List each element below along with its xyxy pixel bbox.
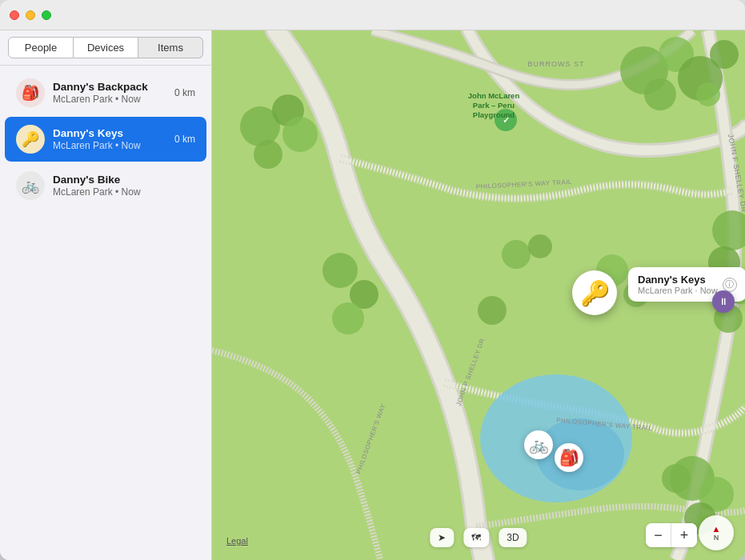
zoom-out-button[interactable]: −	[646, 523, 671, 547]
map-controls-bottom: ➤ 🗺 3D	[430, 528, 527, 547]
map-marker-keys[interactable]: 🔑	[572, 270, 617, 315]
tab-people[interactable]: People	[8, 37, 74, 58]
item-info-keys: Danny's Keys McLaren Park • Now	[53, 127, 168, 151]
tab-devices[interactable]: Devices	[74, 37, 138, 58]
minimize-button[interactable]	[26, 10, 35, 20]
svg-text:Playground: Playground	[473, 110, 515, 119]
svg-point-25	[528, 234, 552, 258]
item-info-backpack: Danny's Backpack McLaren Park • Now	[53, 81, 168, 105]
sidebar-fade	[0, 528, 211, 560]
item-sub-keys: McLaren Park • Now	[53, 140, 168, 151]
traffic-lights	[10, 10, 51, 20]
location-button[interactable]: ➤	[430, 528, 454, 547]
item-info-bike: Danny's Bike McLaren Park • Now	[53, 174, 189, 198]
svg-point-28	[478, 296, 507, 325]
map-popup-text: Danny's Keys McLaren Park · Now	[638, 274, 718, 295]
map-icon: 🗺	[471, 532, 481, 543]
map-area[interactable]: BURROWS ST JOHN F SHELLEY DR PHILOSOPHER…	[212, 30, 745, 560]
item-sub-bike: McLaren Park • Now	[53, 186, 189, 198]
close-button[interactable]	[10, 10, 19, 20]
item-name-keys: Danny's Keys	[53, 127, 168, 139]
svg-point-6	[254, 140, 282, 169]
list-item-keys[interactable]: 🔑 Danny's Keys McLaren Park • Now 0 km	[5, 117, 206, 162]
map-zoom-controls: − +	[646, 523, 697, 547]
svg-point-20	[662, 464, 691, 493]
item-sub-backpack: McLaren Park • Now	[53, 94, 168, 105]
three-d-button[interactable]: 3D	[499, 528, 527, 547]
svg-point-24	[502, 240, 531, 269]
legal-link[interactable]: Legal	[226, 536, 248, 546]
tabs-bar: People Devices Items	[0, 30, 211, 66]
svg-text:BURROWS ST: BURROWS ST	[527, 60, 584, 68]
maximize-button[interactable]	[42, 10, 51, 20]
item-icon-keys: 🔑	[16, 125, 45, 154]
popup-info-button[interactable]: ⓘ	[723, 278, 737, 292]
items-list: 🎒 Danny's Backpack McLaren Park • Now 0 …	[0, 66, 211, 528]
svg-point-21	[322, 253, 358, 288]
item-name-bike: Danny's Bike	[53, 174, 189, 186]
item-icon-bike: 🚲	[16, 171, 45, 200]
svg-point-5	[282, 117, 318, 152]
title-bar	[0, 0, 745, 30]
pause-icon: ⏸	[719, 296, 728, 307]
location-icon: ➤	[438, 532, 446, 543]
compass-north: ▲	[712, 524, 721, 534]
item-icon-backpack: 🎒	[16, 78, 45, 107]
list-item-bike[interactable]: 🚲 Danny's Bike McLaren Park • Now	[5, 163, 206, 208]
zoom-in-button[interactable]: +	[671, 523, 697, 547]
backpack-emoji: 🎒	[559, 448, 579, 467]
item-name-backpack: Danny's Backpack	[53, 81, 168, 93]
svg-point-11	[710, 40, 739, 69]
three-d-label: 3D	[507, 532, 519, 543]
list-item-backpack[interactable]: 🎒 Danny's Backpack McLaren Park • Now 0 …	[5, 70, 206, 115]
map-marker-bike[interactable]: 🚲	[524, 430, 553, 459]
svg-text:Park – Peru: Park – Peru	[473, 101, 515, 110]
bike-emoji: 🚲	[529, 435, 549, 454]
tab-items[interactable]: Items	[138, 37, 203, 58]
popup-title: Danny's Keys	[638, 274, 718, 286]
sidebar: People Devices Items 🎒 Danny's Backpack …	[0, 30, 212, 560]
map-marker-purple[interactable]: ⏸	[712, 290, 735, 313]
app-window: People Devices Items 🎒 Danny's Backpack …	[0, 0, 745, 560]
main-content: People Devices Items 🎒 Danny's Backpack …	[0, 30, 745, 560]
key-emoji: 🔑	[580, 279, 610, 307]
map-type-button[interactable]: 🗺	[463, 528, 489, 547]
item-distance-backpack: 0 km	[174, 87, 195, 98]
popup-subtitle: McLaren Park · Now	[638, 286, 718, 295]
item-distance-keys: 0 km	[174, 134, 195, 145]
compass-label: N	[714, 534, 719, 542]
svg-point-23	[332, 302, 364, 334]
svg-point-12	[696, 82, 720, 106]
svg-text:John McLaren: John McLaren	[468, 91, 520, 100]
map-marker-backpack[interactable]: 🎒	[555, 443, 583, 472]
compass-button[interactable]: ▲ N	[699, 515, 734, 550]
svg-point-10	[644, 78, 676, 110]
